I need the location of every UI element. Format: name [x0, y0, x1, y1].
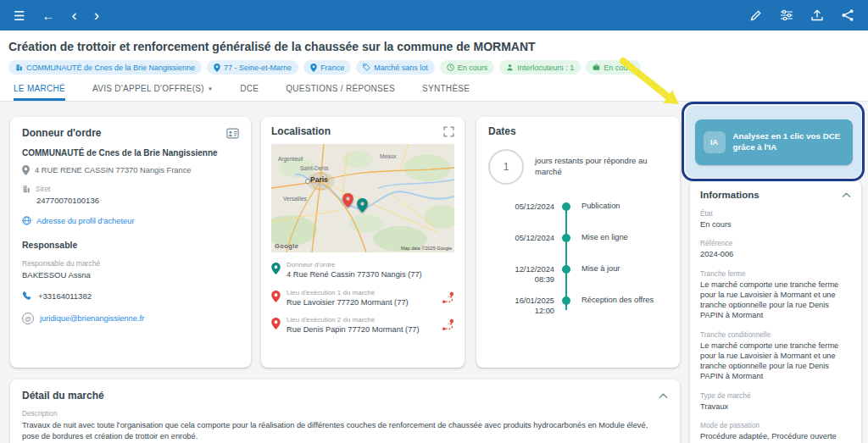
tab-label: AVIS D'APPEL D'OFFRE(S)	[92, 84, 204, 93]
pen-icon[interactable]	[749, 8, 763, 22]
contact-card-icon[interactable]	[226, 128, 239, 139]
info-field-tranche-conditionnelle: Tranche conditionnelle Le marché comport…	[700, 330, 851, 382]
localisation-card: Localisation	[261, 117, 465, 368]
building-icon	[15, 64, 23, 71]
detail-marche-card: Détail du marché Description Travaux de …	[10, 379, 680, 443]
pin-icon	[271, 291, 281, 302]
timeline-line	[565, 208, 567, 310]
tab-questions-reponses[interactable]: QUESTIONS / RÉPONSES	[286, 78, 395, 101]
person-icon	[506, 64, 514, 71]
menu-icon[interactable]: ☰	[14, 9, 25, 22]
phone-number: +33164011382	[38, 291, 92, 301]
sliders-icon[interactable]	[780, 8, 793, 22]
timeline-dot	[562, 202, 570, 211]
timeline-date: 05/12/2024	[488, 233, 554, 243]
chip-country[interactable]: France	[303, 60, 351, 75]
analyze-dce-ia-button[interactable]: IA Analysez en 1 clic vos DCE grâce à l'…	[695, 119, 853, 165]
buyer-address: 4 RUE RENE CASSIN 77370 Nangis France	[35, 165, 191, 175]
chevron-up-icon[interactable]	[842, 191, 851, 198]
chip-interlocuteurs[interactable]: Interlocuteurs : 1	[499, 60, 581, 75]
pin-icon	[310, 64, 317, 72]
map-paris-label: Paris	[310, 175, 328, 184]
timeline-time: 08:39	[488, 274, 554, 285]
location-row-execution-1: Lieu d'exécution 1 du marché Rue Lavoisi…	[271, 289, 454, 308]
field-label: Référence	[700, 239, 851, 247]
location-value: Rue Lavoisier 77720 Mormant (77)	[287, 298, 442, 308]
tab-le-marche[interactable]: LE MARCHÉ	[14, 78, 65, 101]
buyer-profile-link[interactable]: Adresse du profil d'acheteur	[22, 216, 239, 225]
chip-departement[interactable]: 77 - Seine-et-Marne	[207, 60, 298, 75]
upload-icon[interactable]	[810, 8, 824, 22]
chip-status-2[interactable]: En cours	[586, 60, 641, 75]
card-title: Détail du marché	[22, 390, 104, 401]
back-icon[interactable]: ←	[42, 9, 54, 22]
email-address: juridique@brienangissienne.fr	[40, 314, 144, 323]
ia-button-label: Analysez en 1 clic vos DCE grâce à l'IA	[733, 131, 844, 152]
timeline-label: Mise à jour	[581, 264, 620, 273]
timeline-dot	[562, 296, 570, 305]
card-title: Localisation	[271, 125, 331, 137]
days-remaining-badge: 1	[488, 149, 524, 185]
responsable-section-title: Responsable	[22, 240, 239, 250]
informations-card: Informations État En cours Référence 202…	[690, 180, 861, 443]
chip-buyer[interactable]: COMMUNAUTÉ de Cnes de la Brie Nangissien…	[8, 60, 202, 75]
top-bar: ☰ ← ‹ ›	[0, 0, 868, 30]
chip-label: En cours	[458, 64, 488, 72]
pin-icon	[271, 263, 281, 274]
chip-label: COMMUNAUTÉ de Cnes de la Brie Nangissien…	[26, 64, 195, 72]
share-icon[interactable]	[841, 8, 854, 22]
email-link[interactable]: @ juridique@brienangissienne.fr	[22, 313, 239, 324]
info-field-tranche-ferme: Tranche ferme Le marché comporte une tra…	[700, 269, 851, 321]
chip-status[interactable]: En cours	[440, 60, 495, 75]
description-text: Travaux de nuit avec toute l'organisatio…	[22, 420, 663, 442]
timeline-label: Mise en ligne	[581, 233, 628, 241]
timeline-label: Publication	[581, 202, 620, 210]
map-pin-teal-icon[interactable]	[357, 198, 368, 213]
pin-icon	[22, 165, 30, 175]
caret-down-icon: ▼	[208, 86, 213, 91]
fullscreen-icon[interactable]	[443, 126, 454, 137]
timeline-label: Réception des offres	[581, 296, 654, 304]
email-icon: @	[22, 313, 34, 324]
field-value: Le marché comporte une tranche ferme pou…	[700, 280, 851, 321]
tab-dce[interactable]: DCE	[240, 78, 259, 101]
map-pin-red-icon[interactable]	[342, 193, 353, 208]
app-window: ☰ ← ‹ › Création de trottoir et renforce…	[0, 0, 868, 443]
field-label: État	[700, 209, 851, 218]
main-content: Donneur d'ordre COMMUNAUTÉ de Cnes de la…	[0, 102, 868, 443]
card-title: Donneur d'ordre	[22, 127, 102, 139]
chevron-right-icon[interactable]: ›	[94, 7, 99, 23]
map[interactable]: Argenteuil Saint-Denis Meaux Versailles …	[271, 144, 454, 252]
location-row-execution-2: Lieu d'exécution 2 du marché Rue Denis P…	[271, 316, 454, 335]
route-icon[interactable]	[442, 291, 454, 304]
timeline-date: 05/12/2024	[488, 202, 554, 212]
pin-icon	[271, 318, 281, 329]
globe-icon	[22, 216, 31, 225]
chevron-up-icon[interactable]	[659, 392, 668, 399]
tab-label: LE MARCHÉ	[14, 84, 65, 93]
timeline: 05/12/2024 Publication 05/12/2024 Mise e…	[488, 202, 668, 316]
description-label: Description	[22, 409, 668, 418]
field-value: En cours	[700, 219, 851, 230]
field-label: Type de marché	[700, 391, 851, 400]
tab-bar: LE MARCHÉ AVIS D'APPEL D'OFFRE(S) ▼ DCE …	[0, 78, 868, 102]
timeline-dot	[562, 265, 570, 274]
link-label: Adresse du profil d'acheteur	[36, 217, 134, 225]
chip-lot[interactable]: Marché sans lot	[356, 60, 435, 75]
info-field-type-marche: Type de marché Travaux	[700, 391, 851, 412]
location-label: Donneur d'ordre	[287, 261, 454, 269]
briefcase-icon	[593, 64, 600, 71]
tab-avis-appel-offres[interactable]: AVIS D'APPEL D'OFFRE(S) ▼	[92, 78, 213, 101]
responsable-role-label: Responsable du marché	[22, 259, 239, 268]
page-title: Création de trottoir et renforcement gén…	[8, 40, 860, 53]
timeline-time: 12:00	[488, 306, 554, 316]
chip-label: Marché sans lot	[374, 64, 428, 72]
card-title: Informations	[700, 190, 760, 200]
route-icon[interactable]	[442, 318, 454, 331]
tab-synthese[interactable]: SYNTHÈSE	[422, 78, 470, 101]
chevron-left-icon[interactable]: ‹	[71, 7, 76, 23]
map-copyright: Map data ©2025 Google	[401, 246, 452, 251]
days-remaining-text: jours restants pour répondre au marché	[535, 156, 662, 178]
chip-label: Interlocuteurs : 1	[517, 64, 574, 72]
timeline-row: 05/12/2024 Publication	[488, 202, 668, 212]
